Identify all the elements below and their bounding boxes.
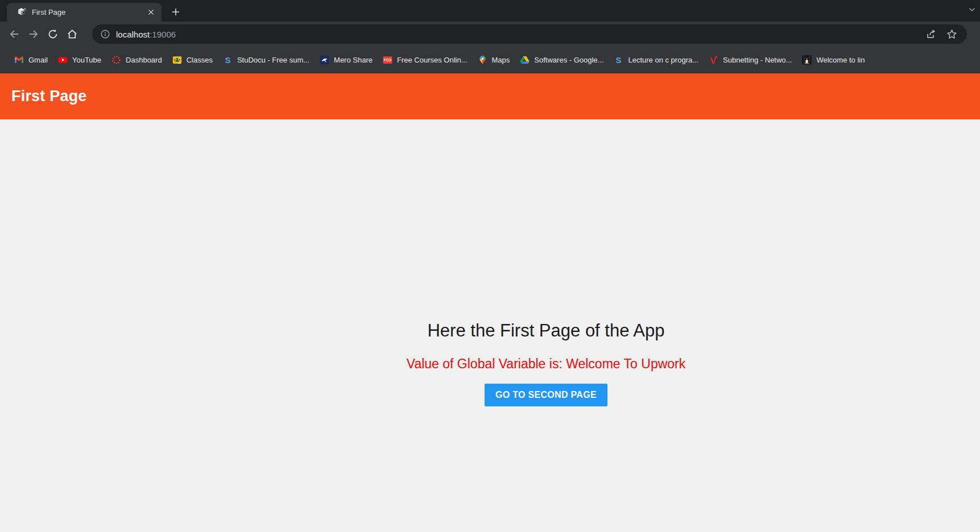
- svg-text:S: S: [616, 55, 622, 64]
- info-icon[interactable]: [100, 29, 110, 39]
- bookmark-item[interactable]: Softwares - Google...: [515, 51, 609, 68]
- bookmark-item[interactable]: SLecture on c progra...: [609, 51, 704, 68]
- browser-tab[interactable]: First Page: [7, 3, 162, 22]
- canvas-dashboard-icon: [111, 55, 121, 65]
- forward-icon[interactable]: [24, 24, 43, 44]
- svg-text:FCO: FCO: [384, 58, 391, 62]
- url-host: localhost: [116, 30, 150, 39]
- bookmark-label: Gmail: [28, 56, 48, 64]
- tab-strip: First Page: [0, 0, 980, 22]
- bookmark-item[interactable]: FCOFree Courses Onlin...: [378, 51, 473, 68]
- bookmark-label: Maps: [492, 56, 510, 64]
- browser-window: First Page: [0, 0, 980, 532]
- page-heading: Here the First Page of the App: [427, 319, 664, 342]
- app-header: First Page: [0, 73, 980, 119]
- bookmark-label: StuDocu - Free sum...: [237, 56, 309, 64]
- page-title: First Page: [11, 88, 87, 105]
- global-variable-text: Value of Global Variable is: Welcome To …: [407, 355, 685, 372]
- bookmark-item[interactable]: Classes: [167, 51, 218, 68]
- tux-penguin-icon: [802, 55, 812, 65]
- fco-icon: FCO: [383, 55, 392, 65]
- share-icon[interactable]: [925, 28, 937, 40]
- bookmark-label: Mero Share: [334, 56, 373, 64]
- bookmark-item[interactable]: YouTube: [53, 51, 106, 68]
- bookmarks-bar: GmailYouTubeDashboardClassesSStuDocu - F…: [0, 47, 980, 73]
- tab-close-icon[interactable]: [146, 7, 156, 18]
- reload-icon[interactable]: [43, 24, 63, 44]
- meroshare-icon: [320, 55, 329, 65]
- bookmark-item[interactable]: Maps: [473, 51, 515, 68]
- go-to-second-page-button[interactable]: GO TO SECOND PAGE: [485, 384, 607, 406]
- url-text[interactable]: localhost:19006: [116, 30, 925, 39]
- bookmark-label: YouTube: [72, 56, 101, 64]
- bookmark-item[interactable]: Welcome to lin: [797, 51, 870, 68]
- google-maps-icon: [478, 55, 487, 65]
- chevron-down-icon[interactable]: [968, 6, 978, 16]
- bookmark-item[interactable]: SStuDocu - Free sum...: [218, 51, 315, 68]
- svg-text:S: S: [225, 55, 230, 64]
- bookmark-label: Lecture on c progra...: [628, 56, 698, 64]
- bookmark-item[interactable]: Mero Share: [315, 51, 378, 68]
- bookmark-item[interactable]: Dashboard: [106, 51, 167, 68]
- studocu-icon: S: [223, 55, 233, 65]
- gmail-icon: [14, 55, 24, 65]
- google-drive-icon: [520, 55, 530, 65]
- home-icon[interactable]: [63, 24, 82, 44]
- bookmark-label: Welcome to lin: [816, 56, 865, 64]
- packager-cube-icon: [16, 7, 26, 17]
- browser-toolbar: localhost:19006: [0, 22, 980, 47]
- bookmark-label: Softwares - Google...: [534, 56, 603, 64]
- bookmark-label: Free Courses Onlin...: [397, 56, 468, 64]
- bookmark-label: Dashboard: [126, 56, 162, 64]
- address-bar[interactable]: localhost:19006: [92, 24, 967, 44]
- url-port: :19006: [150, 30, 176, 39]
- studocu-icon: S: [614, 55, 623, 65]
- bookmark-item[interactable]: Gmail: [9, 51, 53, 68]
- tab-title: First Page: [32, 8, 146, 16]
- web-page: First Page Here the First Page of the Ap…: [0, 73, 980, 532]
- youtube-icon: [58, 55, 68, 65]
- new-tab-button[interactable]: [168, 5, 183, 19]
- google-classroom-icon: [172, 55, 182, 65]
- bookmark-label: Subnetting - Netwo...: [723, 56, 792, 64]
- app-content: Here the First Page of the App Value of …: [0, 119, 980, 532]
- bookmark-label: Classes: [187, 56, 213, 64]
- bookmark-item[interactable]: Subnetting - Netwo...: [704, 51, 797, 68]
- subnetting-icon: [709, 55, 718, 65]
- bookmark-star-icon[interactable]: [945, 28, 958, 40]
- back-icon[interactable]: [5, 24, 24, 44]
